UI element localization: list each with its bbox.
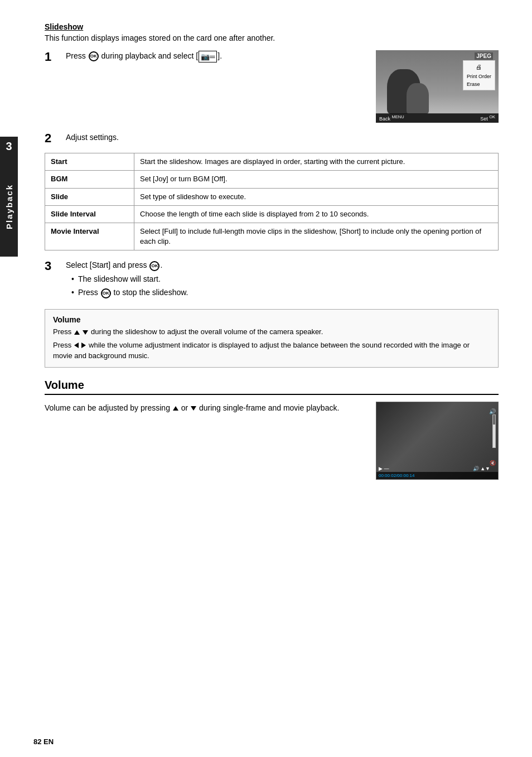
ok-button-symbol-step3: OK: [149, 261, 159, 271]
step-3-number: 3: [45, 259, 60, 273]
slideshow-icon: 📷═: [199, 51, 217, 63]
note-box-line1: Press during the slideshow to adjust the…: [53, 326, 490, 337]
lcd-menu-box: 🖨 Print Order Erase: [463, 60, 495, 90]
volume-time-display: 00:00:02/00:00:14: [379, 473, 415, 478]
settings-table: Start Start the slideshow. Images are di…: [45, 153, 499, 250]
step-3-content: Select [Start] and press OK. The slidesh…: [66, 259, 499, 300]
table-label-slide: Slide: [45, 188, 134, 205]
volume-up-arrow-icon: [173, 406, 178, 411]
page-content: Slideshow This function displays images …: [0, 0, 532, 757]
lcd-set-sub: OK: [489, 114, 495, 119]
note-line2-press: Press: [53, 341, 71, 349]
step-3-row: 3 Select [Start] and press OK. The slide…: [45, 259, 499, 300]
volume-lcd: 🔊 🔇 00:00:02/00:00:14 ▶ — 🔊 ▲▼: [376, 402, 499, 480]
volume-bar: [492, 414, 496, 448]
table-desc-start: Start the slideshow. Images are displaye…: [134, 153, 499, 171]
table-desc-slide-interval: Choose the length of time each slide is …: [134, 205, 499, 223]
volume-speaker-control: 🔊 ▲▼: [473, 466, 490, 471]
lcd-menu-item-erase: Erase: [467, 80, 491, 88]
step-1-row: 1 Press OK during playback and select [📷…: [45, 50, 499, 123]
table-row-movie-interval: Movie Interval Select [Full] to include …: [45, 223, 499, 250]
step-1-content: Press OK during playback and select [📷═]…: [66, 50, 370, 62]
page-footer: 82 EN: [33, 737, 54, 746]
step-1-camera-lcd: JPEG 🖨 Print Order Erase Back MENU Set O…: [376, 50, 499, 123]
table-label-bgm: BGM: [45, 171, 134, 188]
lcd-jpeg-label: JPEG: [475, 52, 493, 60]
volume-bar-fill: [493, 425, 495, 447]
lcd-back-label: Back MENU: [379, 114, 404, 122]
note-box-line2: Press while the volume adjustment indica…: [53, 340, 490, 361]
step-3-text: Select [Start] and press: [66, 261, 147, 269]
table-row-start: Start Start the slideshow. Images are di…: [45, 153, 499, 171]
table-desc-bgm: Set [Joy] or turn BGM [Off].: [134, 171, 499, 188]
volume-section-row: Volume can be adjusted by pressing or du…: [45, 402, 499, 480]
table-desc-movie-interval: Select [Full] to include full-length mov…: [134, 223, 499, 250]
lcd-bottom-bar: Back MENU Set OK: [376, 113, 499, 123]
right-arrow-icon: [81, 343, 86, 348]
table-label-start: Start: [45, 153, 134, 171]
volume-text-prefix: Volume can be adjusted by pressing: [45, 403, 170, 412]
ok-button-symbol-bullet: OK: [101, 288, 111, 298]
page-number-suffix: EN: [43, 737, 54, 746]
note-box-title: Volume: [53, 315, 490, 324]
volume-text-suffix: during single-frame and movie playback.: [199, 403, 339, 412]
ok-button-symbol-step1: OK: [89, 51, 99, 61]
note-line1-press: Press: [53, 327, 71, 336]
volume-time-bar: 00:00:02/00:00:14: [376, 472, 498, 479]
slideshow-intro: This function displays images stored on …: [45, 33, 499, 42]
table-row-bgm: BGM Set [Joy] or turn BGM [Off].: [45, 171, 499, 188]
lcd-back-sub: MENU: [392, 114, 404, 119]
step-2-number: 2: [45, 132, 60, 145]
lcd-print-icon: 🖨: [467, 62, 491, 73]
lcd-menu-item-print: Print Order: [467, 73, 491, 80]
lcd-figure-2: [407, 83, 429, 114]
volume-down-arrow-icon: [191, 406, 196, 411]
page-number: 82: [33, 737, 41, 746]
bullet-stop-suffix: to stop the slideshow.: [114, 288, 188, 297]
volume-section-text: Volume can be adjusted by pressing or du…: [45, 402, 365, 414]
step-1-number: 1: [45, 50, 60, 64]
volume-text-middle: or: [181, 403, 188, 412]
volume-section: Volume Volume can be adjusted by pressin…: [45, 379, 499, 480]
volume-play-icon: ▶ —: [379, 466, 389, 471]
table-row-slide: Slide Set type of slideshow to execute.: [45, 188, 499, 205]
slideshow-heading: Slideshow: [45, 22, 499, 31]
table-row-slide-interval: Slide Interval Choose the length of time…: [45, 205, 499, 223]
note-line2-suffix: while the volume adjustment indicator is…: [53, 341, 470, 360]
step-1-text-prefix: Press: [66, 51, 86, 60]
bullet-item-start: The slideshow will start.: [71, 273, 499, 285]
volume-section-title: Volume: [45, 379, 499, 395]
volume-note-box: Volume Press during the slideshow to adj…: [45, 309, 499, 368]
step-2-content: Adjust settings.: [66, 132, 499, 143]
note-line1-suffix: during the slideshow to adjust the overa…: [91, 327, 323, 336]
bullet-item-stop: Press OK to stop the slideshow.: [71, 287, 499, 298]
table-desc-slide: Set type of slideshow to execute.: [134, 188, 499, 205]
left-arrow-icon: [74, 343, 79, 348]
volume-mute-icon: 🔇: [490, 460, 496, 466]
table-label-movie-interval: Movie Interval: [45, 223, 134, 250]
step-2-row: 2 Adjust settings.: [45, 132, 499, 145]
up-arrow-icon: [74, 330, 80, 335]
lcd-set-label: Set OK: [480, 114, 495, 122]
down-arrow-icon: [83, 330, 88, 335]
bullet-press-text: Press: [78, 288, 98, 297]
step-3-bullets: The slideshow will start. Press OK to st…: [66, 273, 499, 298]
table-label-slide-interval: Slide Interval: [45, 205, 134, 223]
